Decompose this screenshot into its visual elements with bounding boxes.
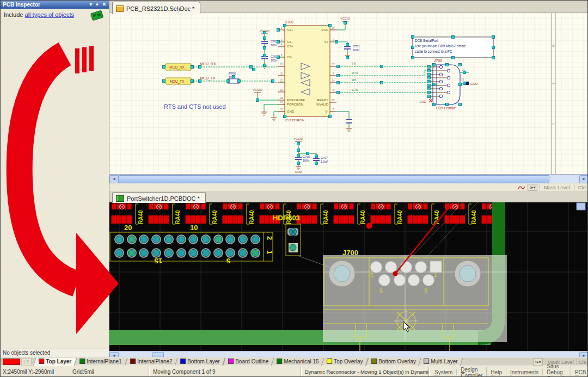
scroll-left-icon[interactable]: ◄ bbox=[109, 175, 119, 183]
svg-text:1.0uF: 1.0uF bbox=[321, 160, 329, 163]
layer-tab-internalplane1[interactable]: InternalPlane1 bbox=[74, 358, 127, 366]
net-label: MCU_TX bbox=[200, 76, 216, 81]
ratsnest-dot bbox=[366, 223, 372, 229]
svg-text:GND: GND bbox=[295, 170, 302, 174]
svg-text:20: 20 bbox=[332, 27, 335, 29]
pcb-button[interactable]: PCB bbox=[571, 369, 588, 375]
help-button[interactable]: Help bbox=[487, 369, 506, 375]
svg-text:INVALID: INVALID bbox=[316, 103, 329, 106]
pcb-doc-icon bbox=[116, 195, 124, 202]
panel-menu-icon[interactable]: ▾ bbox=[89, 2, 93, 7]
layer-tab-board-outline[interactable]: Board Outline bbox=[222, 358, 274, 366]
svg-text:17: 17 bbox=[332, 63, 335, 66]
situs-debug-console-button[interactable]: Situs Debug Console bbox=[543, 363, 571, 377]
scroll-right-icon[interactable]: ► bbox=[579, 175, 588, 183]
net-label: MCU_RX bbox=[200, 62, 216, 66]
svg-text:5: 5 bbox=[226, 257, 230, 265]
rs232-transceiver-symbol[interactable]: U700 ICL3221ECA C1+ C1- C2+ C2- FORCEOFF… bbox=[278, 20, 336, 122]
schematic-hscrollbar[interactable]: ◄ ► bbox=[109, 174, 588, 183]
schematic-document-tab[interactable]: PCB_RS2321D.SchDoc * bbox=[112, 2, 200, 14]
sort-filter-icon[interactable]: ↕▸▾ bbox=[528, 184, 537, 191]
dsub-footprint-moving[interactable]: 5 1 6 9 bbox=[323, 255, 507, 351]
layer-tab-multi-layer[interactable]: Multi-Layer bbox=[418, 358, 463, 366]
design-compiler-button[interactable]: Design Compiler bbox=[457, 367, 487, 377]
include-label: Include bbox=[4, 11, 23, 18]
layer-color-icon bbox=[327, 359, 332, 364]
panel-close-icon[interactable]: ✕ bbox=[102, 2, 107, 7]
panel-title-bar[interactable]: PCB Inspector ▾ ● ✕ bbox=[1, 1, 109, 9]
svg-text:MCU_RX: MCU_RX bbox=[169, 65, 185, 70]
mask-level-button[interactable]: Mask Level bbox=[542, 184, 572, 190]
current-layer-swatch[interactable] bbox=[3, 359, 20, 365]
ratsnest-endpoint bbox=[393, 271, 398, 276]
pcb-inspector-panel: PCB Inspector ▾ ● ✕ Include all types of… bbox=[1, 1, 109, 366]
cross-probe-icon[interactable] bbox=[518, 184, 525, 190]
scroll-widget[interactable] bbox=[577, 203, 585, 210]
layer-tab-top-layer[interactable]: Top Layer bbox=[33, 358, 77, 366]
svg-text:GND: GND bbox=[470, 82, 478, 85]
svg-text:100n: 100n bbox=[271, 44, 277, 47]
sort-filter-icon[interactable]: ↕▸▾ bbox=[533, 359, 543, 366]
svg-text:C707: C707 bbox=[321, 156, 328, 159]
include-objects-link[interactable]: all types of objects bbox=[25, 11, 75, 18]
port-mcu-tx[interactable]: MCU_TX bbox=[163, 78, 193, 84]
ic-designator: U700 bbox=[285, 20, 293, 24]
svg-text:C: C bbox=[552, 122, 555, 126]
selection-status: No objects selected bbox=[1, 349, 109, 357]
pcb-document-tab[interactable]: PortSwitcher1D.PCBDOC * bbox=[112, 192, 206, 203]
layer-color-icon bbox=[39, 359, 44, 364]
layer-color-icon bbox=[277, 359, 282, 364]
hdr603-designator: HDR603 bbox=[273, 214, 300, 222]
svg-text:VCCIO: VCCIO bbox=[253, 88, 262, 91]
svg-text:B: B bbox=[552, 44, 554, 47]
svg-text:12: 12 bbox=[280, 79, 283, 82]
layer-tab-bottom-overlay[interactable]: Bottom Overlay bbox=[365, 358, 421, 366]
panel-pin-icon[interactable]: ● bbox=[96, 2, 100, 7]
svg-text:VCCIO: VCCIO bbox=[340, 17, 350, 20]
scroll-thumb[interactable] bbox=[118, 175, 549, 183]
design-note[interactable]: DCE SerialPort Use pin-for-pin DB9 Male-… bbox=[413, 37, 493, 58]
svg-text:16: 16 bbox=[280, 97, 283, 100]
document-area: PCB_RS2321D.SchDoc * B C bbox=[109, 1, 588, 366]
svg-text:FORCEOFF: FORCEOFF bbox=[287, 98, 305, 102]
svg-text:GND: GND bbox=[287, 110, 295, 113]
svg-text:9: 9 bbox=[424, 287, 427, 294]
svg-text:V+: V+ bbox=[324, 40, 328, 44]
svg-text:10: 10 bbox=[190, 224, 198, 232]
layer-set-button[interactable]: LS bbox=[21, 359, 32, 366]
system-button[interactable]: System bbox=[431, 369, 457, 375]
schematic-mask-bar: ↕▸▾ Mask Level Cle bbox=[109, 183, 588, 191]
svg-text:RX: RX bbox=[352, 78, 356, 82]
clear-button[interactable]: Cle bbox=[579, 359, 586, 365]
svg-text:2: 2 bbox=[266, 236, 274, 240]
schematic-canvas[interactable]: B C U700 ICL3221ECA C1+ C1- C2+ C2- FORC… bbox=[109, 13, 588, 174]
schematic-doc-icon bbox=[116, 5, 124, 12]
layer-color-icon bbox=[371, 359, 377, 364]
svg-text:10: 10 bbox=[280, 89, 283, 91]
layer-tab-bar: LS Top Layer InternalPlane1 InternalPlan… bbox=[1, 357, 587, 366]
svg-text:6: 6 bbox=[379, 287, 383, 294]
layer-tab-top-overlay[interactable]: Top Overlay bbox=[321, 358, 369, 366]
layer-color-icon bbox=[228, 359, 234, 364]
port-mcu-rx[interactable]: MCU_RX bbox=[163, 64, 193, 70]
layer-tab-bottom-layer[interactable]: Bottom Layer bbox=[175, 358, 225, 366]
svg-text:DCE SerialPort: DCE SerialPort bbox=[415, 39, 438, 42]
grid-setting: Grid:5mil bbox=[72, 369, 94, 375]
svg-text:18: 18 bbox=[280, 101, 283, 104]
panel-title: PCB Inspector bbox=[3, 2, 40, 8]
instruments-button[interactable]: Instruments bbox=[506, 369, 543, 375]
svg-text:100n: 100n bbox=[303, 159, 309, 162]
layer-color-icon bbox=[79, 359, 85, 364]
pcb-canvas[interactable]: RA40 bbox=[109, 202, 588, 351]
svg-text:C2-: C2- bbox=[287, 55, 292, 59]
svg-text:TX: TX bbox=[352, 62, 356, 65]
svg-text:Use pin-for-pin DB9 Male-Femal: Use pin-for-pin DB9 Male-Female bbox=[415, 44, 466, 48]
clear-button[interactable]: Cle bbox=[577, 184, 587, 190]
svg-text:CTS: CTS bbox=[352, 88, 358, 91]
schematic-tab-title: PCB_RS2321D.SchDoc * bbox=[126, 5, 194, 12]
layer-tab-mechanical-15[interactable]: Mechanical 15 bbox=[271, 358, 324, 366]
svg-text:C1-: C1- bbox=[287, 40, 292, 44]
svg-text:11: 11 bbox=[280, 72, 283, 75]
layer-tab-internalplane2[interactable]: InternalPlane2 bbox=[124, 358, 177, 366]
svg-text:C701: C701 bbox=[353, 45, 360, 48]
